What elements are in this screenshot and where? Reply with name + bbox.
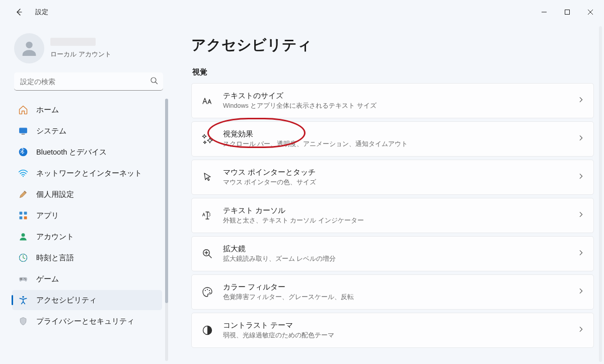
search-box[interactable] <box>14 72 163 91</box>
svg-point-20 <box>209 290 210 291</box>
card-title: テキストのサイズ <box>223 91 568 101</box>
main-scrollbar-track[interactable] <box>599 26 602 362</box>
personalization-icon <box>18 189 28 199</box>
sidebar-item-label: ネットワークとインターネット <box>36 169 142 178</box>
sidebar-item-home[interactable]: ホーム <box>12 100 162 120</box>
sidebar-scrollbar-track[interactable] <box>165 99 168 361</box>
card-desc: 拡大鏡読み取り、ズーム レベルの増分 <box>223 255 568 263</box>
setting-card-color-filters[interactable]: カラー フィルター 色覚障害フィルター、グレースケール、反転 <box>191 274 594 310</box>
accessibility-icon <box>18 295 28 305</box>
chevron-right-icon <box>577 249 584 258</box>
window-controls <box>533 4 602 20</box>
sidebar-item-label: 個人用設定 <box>36 190 74 199</box>
card-title: マウス ポインターとタッチ <box>223 168 568 177</box>
setting-card-text-size[interactable]: テキストのサイズ Windows とアプリ全体に表示されるテキスト サイズ <box>191 83 594 118</box>
setting-card-contrast-themes[interactable]: コントラスト テーマ 弱視、光線過敏症のための配色テーマ <box>191 313 594 348</box>
sidebar-item-network[interactable]: ネットワークとインターネット <box>12 163 162 183</box>
setting-card-mouse-pointer[interactable]: マウス ポインターとタッチ マウス ポインターの色、サイズ <box>191 160 594 195</box>
setting-card-magnifier[interactable]: 拡大鏡 拡大鏡読み取り、ズーム レベルの増分 <box>191 236 594 271</box>
app-title: 設定 <box>35 8 48 17</box>
chevron-right-icon <box>577 211 584 220</box>
bluetooth-icon <box>18 147 28 157</box>
card-desc: 色覚障害フィルター、グレースケール、反転 <box>223 293 568 302</box>
sidebar-item-label: システム <box>36 126 66 136</box>
system-icon <box>18 126 28 136</box>
card-desc: Windows とアプリ全体に表示されるテキスト サイズ <box>223 102 568 110</box>
sidebar-item-system[interactable]: システム <box>12 121 162 141</box>
setting-card-visual-effects[interactable]: 視覚効果 スクロール バー、透明度、アニメーション、通知タイムアウト <box>191 121 594 157</box>
card-title: テキスト カーソル <box>223 206 568 215</box>
privacy-icon <box>18 316 28 326</box>
text-cursor-icon <box>201 209 214 222</box>
card-title: カラー フィルター <box>223 282 568 292</box>
profile-name-placeholder <box>50 38 96 46</box>
text-size-icon <box>201 94 214 107</box>
close-button[interactable] <box>579 4 602 20</box>
accounts-icon <box>18 232 28 242</box>
svg-point-16 <box>22 296 24 298</box>
svg-point-11 <box>22 233 25 237</box>
svg-rect-10 <box>24 216 27 220</box>
chevron-right-icon <box>577 287 584 297</box>
profile-account-type: ローカル アカウント <box>50 50 111 59</box>
sidebar-item-label: ホーム <box>36 105 59 115</box>
sidebar-item-apps[interactable]: アプリ <box>12 205 162 226</box>
contrast-icon <box>201 324 214 337</box>
sidebar-item-label: アカウント <box>36 232 74 242</box>
svg-rect-0 <box>565 10 570 15</box>
chevron-right-icon <box>577 173 584 182</box>
chevron-right-icon <box>577 326 584 335</box>
sidebar-item-label: ゲーム <box>36 274 59 284</box>
setting-card-text-cursor[interactable]: テキスト カーソル 外観と太さ、テキスト カーソル インジケーター <box>191 198 594 233</box>
sidebar-item-accessibility[interactable]: アクセシビリティ <box>12 290 162 310</box>
svg-point-21 <box>209 292 210 293</box>
sidebar-item-privacy[interactable]: プライバシーとセキュリティ <box>12 311 162 331</box>
svg-point-18 <box>205 290 206 291</box>
search-icon <box>150 77 158 87</box>
sidebar-scrollbar-thumb[interactable] <box>165 99 168 303</box>
sidebar-item-label: プライバシーとセキュリティ <box>36 317 134 326</box>
svg-rect-7 <box>20 212 23 215</box>
maximize-button[interactable] <box>556 4 579 20</box>
sidebar-item-bluetooth[interactable]: Bluetooth とデバイス <box>12 142 162 162</box>
magnifier-icon <box>201 247 214 260</box>
mouse-pointer-icon <box>201 171 214 184</box>
time-language-icon <box>18 253 28 263</box>
svg-point-2 <box>151 78 156 83</box>
color-filters-icon <box>201 285 214 299</box>
profile-block[interactable]: ローカル アカウント <box>10 29 169 72</box>
sidebar-item-label: アクセシビリティ <box>36 296 97 305</box>
network-icon <box>18 168 28 178</box>
chevron-right-icon <box>577 134 584 143</box>
home-icon <box>18 105 28 115</box>
svg-point-14 <box>25 278 26 279</box>
card-desc: スクロール バー、透明度、アニメーション、通知タイムアウト <box>223 140 568 149</box>
sidebar-item-time-language[interactable]: 時刻と言語 <box>12 248 162 268</box>
sidebar-item-personalization[interactable]: 個人用設定 <box>12 184 162 204</box>
sidebar-item-label: アプリ <box>36 211 59 221</box>
card-title: コントラスト テーマ <box>223 321 568 330</box>
chevron-right-icon <box>577 96 584 105</box>
card-desc: 弱視、光線過敏症のための配色テーマ <box>223 331 568 340</box>
card-desc: マウス ポインターの色、サイズ <box>223 178 568 187</box>
apps-icon <box>18 210 28 221</box>
svg-rect-9 <box>20 216 23 220</box>
svg-point-15 <box>25 279 26 280</box>
page-title: アクセシビリティ <box>191 35 594 55</box>
avatar <box>14 33 44 63</box>
back-button[interactable] <box>10 3 28 21</box>
sidebar-item-gaming[interactable]: ゲーム <box>12 269 162 289</box>
card-title: 視覚効果 <box>223 129 568 139</box>
sidebar-item-label: Bluetooth とデバイス <box>36 148 107 157</box>
card-desc: 外観と太さ、テキスト カーソル インジケーター <box>223 216 568 225</box>
section-header-vision: 視覚 <box>192 67 594 77</box>
gaming-icon <box>18 274 28 284</box>
sidebar: ローカル アカウント ホーム <box>0 24 171 364</box>
search-input[interactable] <box>14 72 163 91</box>
sidebar-item-accounts[interactable]: アカウント <box>12 227 162 247</box>
sidebar-item-label: 時刻と言語 <box>36 253 74 263</box>
svg-point-19 <box>207 289 208 290</box>
minimize-button[interactable] <box>533 4 556 20</box>
card-title: 拡大鏡 <box>223 244 568 254</box>
svg-rect-3 <box>20 128 27 133</box>
